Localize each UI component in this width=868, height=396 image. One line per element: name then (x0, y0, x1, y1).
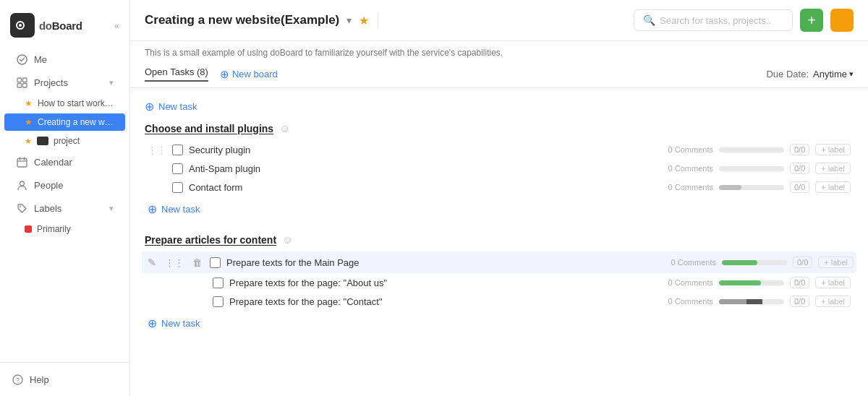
drag-dots-icon[interactable]: ⋮⋮ (165, 257, 184, 268)
task-checkbox-antispam[interactable] (172, 163, 183, 174)
task-checkbox-contact2[interactable] (213, 296, 224, 307)
sidebar-item-people[interactable]: People (4, 174, 125, 196)
new-board-label: New board (232, 69, 278, 79)
search-icon: 🔍 (643, 14, 655, 26)
sidebar-section-labels[interactable]: Labels ▾ (4, 197, 125, 219)
delete-icon[interactable]: 🗑 (190, 255, 204, 270)
new-task-plugins[interactable]: ⊕ New task (145, 197, 854, 216)
title-star-icon[interactable]: ★ (359, 14, 369, 27)
edit-icon[interactable]: ✎ (145, 255, 159, 270)
comments-about: 0 Comments (668, 278, 713, 287)
people-icon (16, 179, 27, 191)
new-board-button[interactable]: ⊕ New board (220, 68, 278, 81)
task-label-contact: Contact form (189, 182, 663, 193)
sidebar-footer: ? Help (0, 362, 129, 390)
score-security: 0/0 (790, 144, 809, 155)
task-row-main-page: ✎ ⋮⋮ 🗑 Prepare texts for the Main Page 0… (142, 251, 856, 273)
new-task-plugins-label: New task (161, 204, 200, 215)
group-plugins-ghost-icon[interactable]: ☺ (279, 122, 290, 134)
score-contact: 0/0 (790, 181, 809, 193)
progress-bar-contact (719, 185, 784, 190)
logo-text: doBoard (39, 20, 82, 32)
score-about: 0/0 (790, 277, 809, 288)
add-button[interactable]: + (800, 9, 823, 32)
svg-text:?: ? (15, 376, 19, 384)
sidebar-section-projects[interactable]: Projects ▾ (4, 72, 125, 93)
avatar[interactable] (830, 9, 854, 32)
anytime-chevron-icon: ▾ (849, 69, 854, 79)
calendar-label: Calendar (34, 157, 72, 168)
svg-rect-4 (22, 78, 27, 82)
title-chevron-icon[interactable]: ▾ (346, 14, 352, 26)
task-group-plugins: Choose and install plugins ☺ ⋮⋮ Security… (145, 122, 854, 216)
anytime-label: Anytime (813, 69, 847, 79)
toolbar: Open Tasks (8) ⊕ New board Due Date: Any… (130, 61, 868, 88)
label-btn-antispam[interactable]: + label (815, 163, 851, 174)
header-divider (378, 12, 378, 28)
score-contact2: 0/0 (790, 296, 809, 307)
new-task-top[interactable]: ⊕ New task (145, 94, 854, 122)
group-articles-title: Prepare articles for content (145, 234, 276, 246)
sidebar-item-me[interactable]: Me (4, 48, 125, 70)
svg-point-1 (19, 24, 22, 27)
task-row-about-us: ⋮⋮ Prepare texts for the page: "About us… (145, 273, 854, 292)
grid-icon (16, 77, 27, 88)
page-header: Creating a new website(Example) ▾ ★ 🔍 Se… (130, 0, 868, 41)
new-task-articles[interactable]: ⊕ New task (145, 311, 854, 330)
tab-open-tasks[interactable]: Open Tasks (8) (145, 66, 208, 82)
search-placeholder-text: Search for tasks, projects.. (660, 15, 771, 26)
help-label: Help (30, 374, 49, 385)
progress-bar-main-page (722, 260, 787, 265)
anytime-select[interactable]: Anytime ▾ (813, 69, 854, 79)
help-icon: ? (12, 374, 23, 385)
task-label-main-page: Prepare texts for the Main Page (226, 257, 665, 268)
task-row-security: ⋮⋮ Security plugin 0 Comments 0/0 + labe… (145, 140, 854, 159)
description-text: This is a small example of using doBoard… (145, 48, 503, 58)
svg-rect-7 (17, 158, 27, 167)
sidebar-item-calendar[interactable]: Calendar (4, 151, 125, 173)
label-btn-security[interactable]: + label (815, 144, 851, 155)
project-description: This is a small example of using doBoard… (130, 41, 868, 61)
sidebar-sub-item-primarily[interactable]: Primarily (4, 220, 125, 238)
black-square-icon (37, 137, 48, 145)
task-label-about: Prepare texts for the page: "About us" (229, 277, 663, 288)
drag-handle-security[interactable]: ⋮⋮ (148, 145, 166, 155)
label-btn-main-page[interactable]: + label (818, 257, 854, 268)
comments-security: 0 Comments (668, 145, 713, 154)
sidebar-item-help[interactable]: ? Help (0, 369, 129, 390)
new-task-articles-label: New task (161, 318, 200, 329)
due-date-label: Due Date: (766, 69, 809, 79)
search-bar[interactable]: 🔍 Search for tasks, projects.. (634, 9, 793, 31)
comments-main-page: 0 Comments (671, 258, 716, 267)
group-plugins-title: Choose and install plugins (145, 123, 273, 134)
task-checkbox-contact[interactable] (172, 182, 183, 193)
sidebar-sub-item-creating[interactable]: ★ Creating a new web... (4, 113, 125, 131)
task-checkbox-main-page[interactable] (210, 257, 221, 268)
star-icon-creating: ★ (25, 117, 33, 127)
label-btn-contact2[interactable]: + label (815, 296, 851, 307)
labels-label: Labels (34, 203, 61, 214)
label-btn-contact[interactable]: + label (815, 181, 851, 193)
group-articles-ghost-icon[interactable]: ☺ (282, 233, 293, 246)
score-antispam: 0/0 (790, 163, 809, 174)
new-task-label-top: New task (158, 101, 197, 112)
projects-chevron: ▾ (109, 78, 114, 87)
svg-point-12 (20, 206, 21, 207)
label-btn-about[interactable]: + label (815, 277, 851, 288)
sidebar-sub-item-how-to[interactable]: ★ How to start workin... (4, 95, 125, 112)
group-articles-header: Prepare articles for content ☺ (145, 233, 854, 246)
svg-rect-5 (17, 83, 22, 87)
task-checkbox-about[interactable] (213, 277, 224, 288)
toolbar-right: Due Date: Anytime ▾ (766, 69, 854, 79)
projects-label: Projects (34, 77, 68, 88)
task-checkbox-security[interactable] (172, 145, 183, 155)
people-label: People (34, 180, 63, 191)
progress-bar-security (719, 147, 784, 152)
task-row-contact2: ⋮⋮ Prepare texts for the page: "Contact"… (145, 292, 854, 311)
new-task-plus-icon-top: ⊕ (145, 100, 154, 113)
how-to-label: How to start workin... (38, 98, 114, 108)
sidebar-collapse-btn[interactable]: « (114, 20, 119, 31)
progress-bar-contact2 (719, 299, 784, 304)
progress-bar-antispam (719, 166, 784, 171)
sidebar-sub-item-black-project[interactable]: ★ project (4, 132, 125, 150)
